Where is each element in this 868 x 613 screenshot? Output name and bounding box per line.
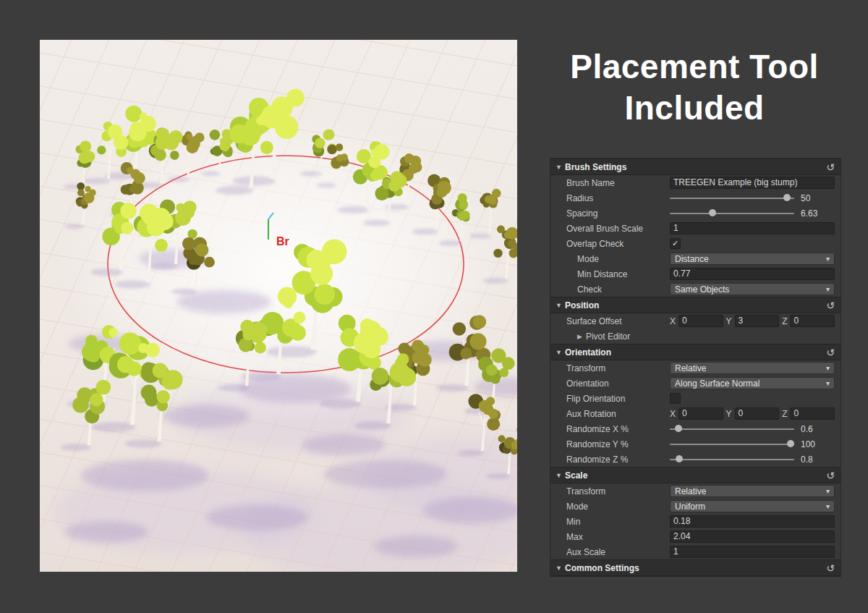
foldout-closed-icon[interactable]: ▶ — [577, 333, 582, 340]
reset-icon[interactable]: ↺ — [826, 563, 835, 573]
chevron-down-icon: ▾ — [823, 502, 830, 510]
foldout-open-icon[interactable]: ▼ — [556, 472, 565, 479]
aux-scale-field[interactable]: 1 — [670, 546, 835, 558]
dropdown-value: Distance — [675, 254, 709, 264]
dropdown-value: Uniform — [675, 502, 705, 512]
mode-dropdown[interactable]: Distance▾ — [670, 253, 835, 265]
viewport[interactable]: Br — [40, 40, 517, 572]
mode-dropdown[interactable]: Uniform▾ — [670, 500, 835, 512]
slider-knob[interactable] — [676, 455, 683, 462]
row-randomize-z: Randomize Z %0.8 — [550, 452, 841, 467]
row-label: Transform — [566, 363, 670, 373]
surface-offset-y-field[interactable]: 3 — [735, 315, 780, 327]
title-line-1: Placement Tool — [546, 46, 843, 88]
aux-rotation-z-field[interactable]: 0 — [790, 407, 835, 420]
page: Br Placement Tool Included ▼Brush Settin… — [0, 0, 868, 613]
foldout-open-icon[interactable]: ▼ — [556, 302, 565, 309]
row-flip-orientation: Flip Orientation — [550, 391, 841, 406]
foldout-open-icon[interactable]: ▼ — [556, 565, 565, 572]
dropdown-value: Same Objects — [675, 284, 729, 295]
aux-rotation-y-field[interactable]: 0 — [735, 407, 780, 420]
slider-knob[interactable] — [709, 209, 716, 216]
randomize-x-value: 0.6 — [801, 424, 813, 434]
row-label: Radius — [566, 193, 670, 203]
row-label: Mode — [566, 254, 670, 264]
flip-orientation-checkbox[interactable] — [670, 393, 681, 404]
slider-track[interactable] — [670, 459, 794, 460]
reset-icon[interactable]: ↺ — [826, 300, 835, 310]
slider-track[interactable] — [670, 428, 794, 430]
overlap-check-checkbox[interactable]: ✓ — [670, 238, 681, 249]
reset-icon[interactable]: ↺ — [826, 470, 835, 481]
section-title: Scale — [565, 470, 587, 481]
max-field[interactable]: 2.04 — [670, 530, 835, 543]
surface-offset-x-field[interactable]: 0 — [678, 315, 723, 327]
section-title: Common Settings — [565, 563, 639, 573]
foldout-label: Pivot Editor — [586, 331, 689, 342]
scene-svg: Br — [40, 40, 517, 572]
slider-track[interactable] — [670, 198, 794, 199]
row-surface-offset: Surface OffsetX0Y3Z0 — [550, 313, 841, 329]
row-randomize-x: Randomize X %0.6 — [550, 421, 841, 436]
aux-rotation-x-field[interactable]: 0 — [678, 407, 723, 420]
section-header-orientation[interactable]: ▼Orientation↺ — [550, 344, 841, 360]
row-overall-brush-scale: Overall Brush Scale1 — [550, 221, 841, 236]
min-field[interactable]: 0.18 — [670, 515, 835, 528]
min-distance-field[interactable]: 0.77 — [670, 268, 835, 280]
slider-knob[interactable] — [787, 440, 794, 447]
radius-slider[interactable] — [670, 192, 794, 204]
axis-label: Y — [726, 409, 732, 419]
row-spacing: Spacing6.63 — [550, 206, 841, 221]
overall-brush-scale-field[interactable]: 1 — [670, 222, 835, 234]
section-header-common-settings[interactable]: ▼Common Settings↺ — [550, 559, 841, 576]
row-randomize-y: Randomize Y %100 — [550, 436, 841, 452]
chevron-down-icon: ▾ — [823, 379, 830, 387]
check-dropdown[interactable]: Same Objects▾ — [670, 283, 835, 295]
section-header-scale[interactable]: ▼Scale↺ — [550, 467, 841, 483]
row-aux-scale: Aux Scale1 — [550, 544, 841, 559]
row-max: Max2.04 — [550, 529, 841, 544]
row-min: Min0.18 — [550, 514, 841, 529]
transform-dropdown[interactable]: Relative▾ — [670, 362, 835, 374]
row-label: Aux Rotation — [566, 409, 670, 419]
spacing-value: 6.63 — [801, 208, 817, 219]
row-label: Orientation — [566, 379, 670, 389]
spacing-slider[interactable] — [670, 207, 794, 219]
row-label: Overlap Check — [566, 239, 670, 249]
axis-label: X — [670, 409, 676, 419]
surface-offset-z-field[interactable]: 0 — [790, 315, 835, 327]
foldout-pivot-editor[interactable]: ▶Pivot Editor — [550, 329, 841, 344]
row-label: Randomize Y % — [566, 439, 670, 449]
row-label: Aux Scale — [566, 547, 670, 557]
reset-icon[interactable]: ↺ — [826, 162, 835, 172]
axis-label: Y — [726, 316, 732, 326]
randomize-x-slider[interactable] — [670, 423, 794, 435]
foldout-open-icon[interactable]: ▼ — [556, 164, 565, 171]
randomize-y-slider[interactable] — [670, 438, 794, 450]
slider-track[interactable] — [670, 444, 794, 445]
slider-knob[interactable] — [783, 194, 791, 201]
row-mode: ModeDistance▾ — [550, 251, 841, 266]
brush-name-field[interactable]: TREEGEN Example (big stump) — [670, 177, 835, 189]
row-aux-rotation: Aux RotationX0Y0Z0 — [550, 406, 841, 421]
randomize-z-value: 0.8 — [801, 455, 813, 465]
chevron-down-icon: ▾ — [823, 285, 830, 293]
section-header-brush-settings[interactable]: ▼Brush Settings↺ — [550, 158, 841, 175]
slider-knob[interactable] — [675, 425, 682, 432]
section-header-position[interactable]: ▼Position↺ — [550, 297, 841, 313]
orientation-dropdown[interactable]: Along Surface Normal▾ — [670, 377, 835, 389]
foldout-open-icon[interactable]: ▼ — [556, 349, 565, 356]
row-label: Max — [566, 532, 670, 542]
row-label: Flip Orientation — [566, 394, 670, 404]
randomize-z-slider[interactable] — [670, 453, 794, 465]
randomize-y-value: 100 — [801, 439, 815, 449]
slider-track[interactable] — [670, 213, 794, 214]
row-brush-name: Brush NameTREEGEN Example (big stump) — [550, 175, 841, 190]
axis-label: X — [670, 316, 676, 326]
title-line-2: Included — [546, 88, 843, 129]
row-orientation: OrientationAlong Surface Normal▾ — [550, 376, 841, 391]
section-title: Brush Settings — [565, 162, 626, 172]
transform-dropdown[interactable]: Relative▾ — [670, 485, 835, 497]
reset-icon[interactable]: ↺ — [826, 347, 835, 358]
section-title: Position — [565, 300, 599, 310]
